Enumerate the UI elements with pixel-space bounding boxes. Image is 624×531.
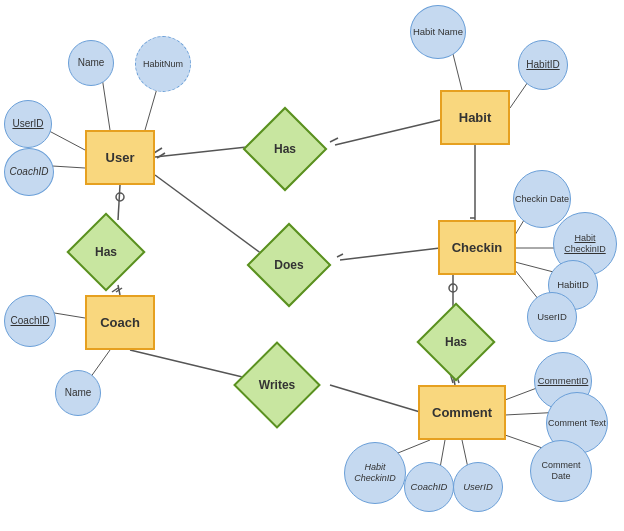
svg-line-30: [157, 153, 165, 158]
attr-userid: UserID: [4, 100, 52, 148]
attr-coacheid-coach: CoachID: [4, 295, 56, 347]
svg-line-27: [440, 440, 445, 468]
svg-line-5: [340, 248, 440, 260]
entity-comment: Comment: [418, 385, 506, 440]
svg-line-29: [154, 148, 162, 153]
svg-line-35: [337, 254, 343, 257]
attr-name-user: Name: [68, 40, 114, 86]
diamond-has3: Has: [422, 308, 490, 376]
svg-line-10: [330, 385, 420, 412]
attr-comment-date: Comment Date: [530, 440, 592, 502]
attr-habitid: HabitID: [518, 40, 568, 90]
diamond-writes: Writes: [238, 348, 316, 422]
attr-habit-checkinid2: Habit CheckinID: [344, 442, 406, 504]
svg-line-3: [118, 285, 120, 295]
svg-line-1: [335, 120, 440, 145]
svg-line-18: [90, 350, 110, 378]
entity-habit: Habit: [440, 90, 510, 145]
er-diagram: User Habit Coach Checkin Comment Has Has…: [0, 0, 624, 531]
svg-line-33: [112, 288, 118, 292]
entity-checkin: Checkin: [438, 220, 516, 275]
entity-user: User: [85, 130, 155, 185]
attr-checkin-date: Checkin Date: [513, 170, 571, 228]
attr-coacheid-user: CoachID: [4, 148, 54, 196]
svg-line-9: [130, 350, 255, 380]
attr-habitnum: HabitNum: [135, 36, 191, 92]
svg-line-15: [453, 54, 462, 90]
svg-line-34: [116, 288, 122, 292]
diamond-does: Does: [252, 228, 326, 302]
svg-point-38: [449, 284, 457, 292]
attr-coacheid-comment: CoachID: [404, 462, 454, 512]
attr-userid-comment: UserID: [453, 462, 503, 512]
svg-line-12: [102, 77, 110, 130]
svg-point-32: [116, 193, 124, 201]
diamond-has2: Has: [72, 218, 140, 286]
svg-line-2: [118, 185, 120, 220]
svg-line-31: [330, 138, 338, 142]
attr-habit-name: Habit Name: [410, 5, 466, 59]
diamond-has1: Has: [248, 112, 322, 186]
attr-userid-checkin: UserID: [527, 292, 577, 342]
attr-name-coach: Name: [55, 370, 101, 416]
entity-coach: Coach: [85, 295, 155, 350]
